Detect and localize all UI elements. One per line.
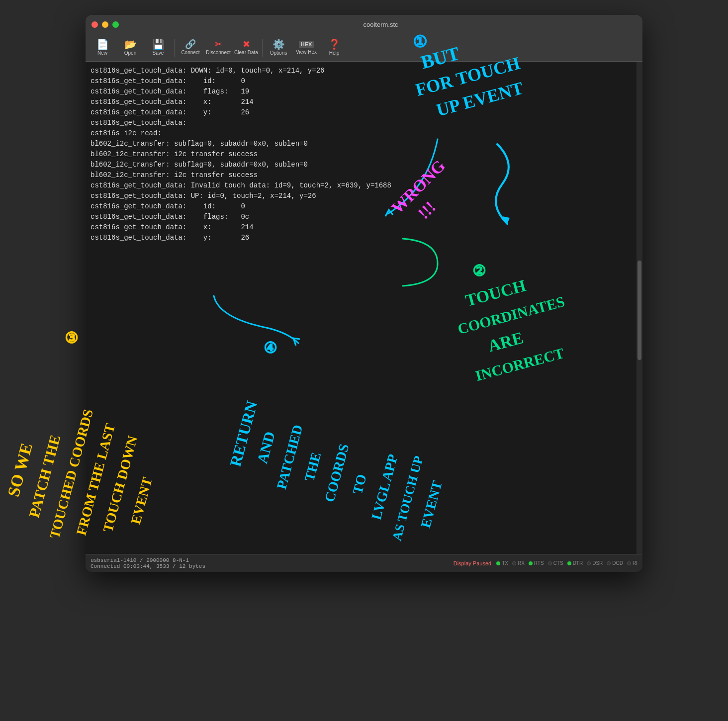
clear-data-button[interactable]: ✖ Clear Data [233, 36, 259, 60]
terminal-window: coolterm.stc 📄 New 📂 Open 💾 Save 🔗 Conne… [86, 15, 642, 572]
toolbar: 📄 New 📂 Open 💾 Save 🔗 Connect ✂ Disconne… [86, 34, 642, 62]
scrollbar[interactable] [637, 62, 642, 554]
save-icon: 💾 [152, 39, 165, 49]
toolbar-sep-1 [174, 39, 175, 57]
save-label: Save [153, 50, 164, 56]
options-icon: ⚙️ [273, 39, 285, 49]
view-hex-button[interactable]: HEX View Hex [293, 36, 319, 60]
tx-led [496, 561, 500, 565]
status-indicators: TX RX RTS CTS DTR DSR [496, 560, 637, 566]
connect-icon: 🔗 [185, 40, 196, 49]
window-title: coolterm.stc [125, 21, 637, 28]
display-paused: Display Paused [454, 560, 491, 566]
connect-label: Connect [181, 50, 199, 55]
ri-led [627, 561, 631, 565]
status-bar: usbserial-1410 / 2000000 8-N-1 Connected… [86, 554, 642, 572]
disconnect-label: Disconnect [206, 50, 230, 55]
titlebar: coolterm.stc [86, 15, 642, 34]
disconnect-button[interactable]: ✂ Disconnect [205, 36, 231, 60]
new-label: New [97, 50, 107, 56]
ri-indicator: RI [627, 560, 637, 566]
new-button[interactable]: 📄 New [90, 36, 115, 60]
minimize-button[interactable] [102, 21, 108, 28]
help-icon: ❓ [328, 39, 341, 49]
toolbar-sep-2 [262, 39, 263, 57]
status-connection: usbserial-1410 / 2000000 8-N-1 Connected… [91, 557, 449, 569]
rts-led [529, 561, 533, 565]
scrollbar-thumb[interactable] [637, 261, 641, 360]
hex-label: View Hex [296, 49, 317, 55]
tx-indicator: TX [496, 560, 508, 566]
dtr-led [567, 561, 571, 565]
connection-info: usbserial-1410 / 2000000 8-N-1 [91, 557, 449, 563]
maximize-button[interactable] [112, 21, 119, 28]
connect-button[interactable]: 🔗 Connect [178, 36, 203, 60]
cts-led [548, 561, 552, 565]
rx-led [512, 561, 516, 565]
rts-indicator: RTS [529, 560, 544, 566]
help-button[interactable]: ❓ Help [321, 36, 347, 60]
disconnect-icon: ✂ [215, 40, 222, 49]
dsr-indicator: DSR [587, 560, 603, 566]
clear-label: Clear Data [234, 50, 258, 55]
options-button[interactable]: ⚙️ Options [266, 36, 291, 60]
dsr-led [587, 561, 591, 565]
rx-indicator: RX [512, 560, 525, 566]
clear-icon: ✖ [243, 40, 250, 49]
open-label: Open [124, 50, 136, 56]
help-label: Help [329, 50, 340, 56]
connection-time: Connected 00:03:44, 3533 / 12 bytes [91, 563, 449, 569]
svg-text:PATCH THE: PATCH THE [25, 433, 63, 520]
cts-indicator: CTS [548, 560, 563, 566]
terminal-area[interactable]: cst816s_get_touch_data: DOWN: id=0, touc… [86, 62, 642, 554]
dcd-led [607, 561, 611, 565]
dtr-indicator: DTR [567, 560, 583, 566]
svg-text:SO WE: SO WE [4, 441, 36, 499]
open-icon: 📂 [124, 39, 137, 49]
svg-text:③: ③ [65, 330, 78, 346]
new-icon: 📄 [96, 39, 109, 49]
traffic-lights [91, 21, 119, 28]
options-label: Options [270, 50, 287, 56]
open-button[interactable]: 📂 Open [117, 36, 143, 60]
terminal-output: cst816s_get_touch_data: DOWN: id=0, touc… [91, 66, 637, 243]
hex-icon: HEX [299, 41, 314, 48]
dcd-indicator: DCD [607, 560, 623, 566]
save-button[interactable]: 💾 Save [145, 36, 171, 60]
close-button[interactable] [91, 21, 98, 28]
